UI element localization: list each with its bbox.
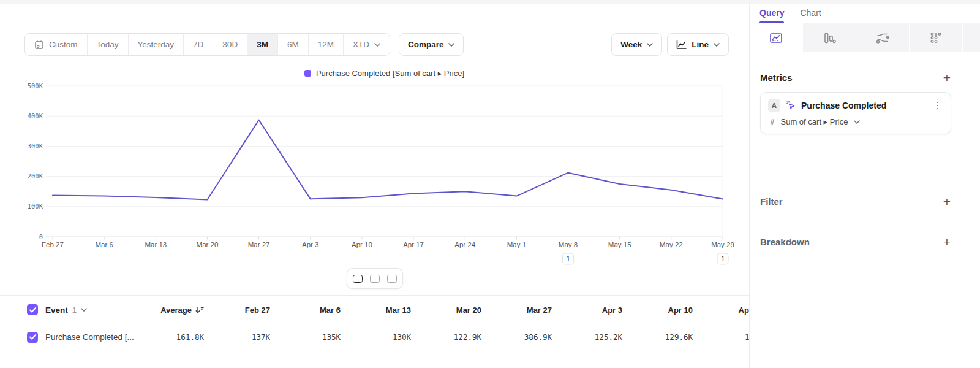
chevron-down-icon [854,120,860,124]
sidebar-content: Metrics + A Purchase Completed ⋮ # Sum o… [750,72,980,247]
x-axis-tick-label: Apr 17 [403,241,424,248]
report-type-flows[interactable] [856,23,909,52]
table-date-cell: 129.6K [637,332,707,342]
funnel-bars-icon [823,31,836,45]
chevron-down-icon [374,43,380,47]
metric-aggregation-row[interactable]: # Sum of cart ▸ Price [768,117,943,126]
table-only-view-toggle[interactable] [384,271,400,286]
report-type-strip-filler [963,23,980,52]
table-date-column-header[interactable]: Mar 13 [355,305,426,315]
table-date-column-header[interactable]: Apr 17 [707,305,749,315]
retention-dots-icon [929,31,943,45]
date-range-yesterday[interactable]: Yesterday [128,34,184,55]
split-view-toggle[interactable] [350,271,366,286]
x-axis-tick-label: Feb 27 [42,241,64,248]
row-checkbox[interactable] [27,332,38,343]
table-date-cell: 125.2K [567,332,637,342]
table-date-cell: 130K [355,332,426,342]
event-column-header[interactable]: Event 1 [45,305,141,315]
check-icon [29,334,36,340]
date-range-custom[interactable]: Custom [25,34,87,55]
date-range-3m-active[interactable]: 3M [247,34,277,55]
table-date-column-header[interactable]: Apr 3 [567,305,637,315]
x-axis-tick-label: May 15 [608,241,631,248]
table-date-column-header[interactable]: Feb 27 [214,305,285,315]
y-axis-tick-label: 300K [28,142,43,150]
date-range-segmented-control: Custom Today Yesterday 7D 30D 3M 6M 12M … [24,33,390,56]
chevron-down-icon [714,43,720,47]
calendar-icon [34,40,44,50]
chevron-down-icon [81,308,87,312]
split-view-icon [353,275,363,283]
filter-section-header: Filter + [760,196,951,207]
y-axis-tick-label: 0 [39,233,43,240]
x-axis-tick-label: Mar 13 [145,241,167,248]
table-date-cell: 135K [285,332,355,342]
chevron-down-icon [448,43,454,47]
annotation-badge-count: 1 [566,255,570,263]
layout-toggle-group [347,268,403,289]
row-event-name[interactable]: Purchase Completed [... [45,332,141,342]
date-range-7d[interactable]: 7D [183,34,213,55]
legend-series-label[interactable]: Purchase Completed [Sum of cart ▸ Price] [316,69,464,78]
metric-event-name[interactable]: Purchase Completed [801,101,926,110]
add-metric-button[interactable]: + [943,73,951,83]
metric-card-main-row: A Purchase Completed ⋮ [768,99,943,112]
date-range-6m[interactable]: 6M [277,34,308,55]
line-chart-canvas[interactable]: 0100K200K300K400K500KFeb 27Mar 6Mar 13Ma… [0,82,749,266]
report-type-funnels[interactable] [803,23,856,52]
table-date-column-header[interactable]: Mar 6 [285,305,355,315]
add-filter-button[interactable]: + [943,197,951,207]
date-range-label: Custom [49,40,78,49]
date-range-today[interactable]: Today [87,34,128,55]
report-type-insights[interactable] [750,23,802,52]
x-axis-tick-label: May 8 [559,241,578,248]
add-breakdown-button[interactable]: + [943,237,951,247]
metrics-section-header: Metrics + [760,72,951,83]
table-date-column-header[interactable]: Apr 10 [637,305,707,315]
metrics-title: Metrics [760,72,793,83]
tab-query[interactable]: Query [760,8,784,23]
line-chart[interactable]: 0100K200K300K400K500KFeb 27Mar 6Mar 13Ma… [0,82,749,266]
table-date-column-header[interactable]: Mar 27 [496,305,567,315]
date-range-12m[interactable]: 12M [308,34,343,55]
insights-report: Custom Today Yesterday 7D 30D 3M 6M 12M … [0,0,980,368]
table-frozen-cell: Purchase Completed [... 161.8K [0,324,214,350]
date-range-30d[interactable]: 30D [213,34,247,55]
numeric-property-icon: # [770,117,775,126]
tab-chart[interactable]: Chart [800,8,821,23]
chart-legend: Purchase Completed [Sum of cart ▸ Price] [10,69,759,78]
select-all-checkbox[interactable] [27,304,38,315]
x-axis-tick-label: Apr 24 [454,241,475,248]
table-frozen-header: Event 1 Average [0,296,214,324]
report-main-panel: Custom Today Yesterday 7D 30D 3M 6M 12M … [0,0,749,368]
kebab-menu-icon[interactable]: ⋮ [932,100,943,111]
filter-title: Filter [760,196,783,207]
table-date-column-header[interactable]: Mar 20 [426,305,496,315]
x-axis-tick-label: Apr 3 [302,241,319,248]
top-edge-strip [0,0,980,4]
metric-card[interactable]: A Purchase Completed ⋮ # Sum of cart ▸ P… [760,92,951,134]
chart-only-view-toggle[interactable] [367,271,383,286]
series-line[interactable] [53,120,723,200]
table-date-cell: 386.9K [496,332,567,342]
date-range-xtd[interactable]: XTD [343,34,390,55]
y-axis-tick-label: 500K [28,82,43,90]
granularity-dropdown[interactable]: Week [611,33,662,56]
event-click-icon [786,101,796,110]
average-column-header[interactable]: Average [141,305,214,315]
sort-descending-icon [195,306,204,314]
report-toolbar: Custom Today Yesterday 7D 30D 3M 6M 12M … [24,33,729,56]
row-average-value: 161.8K [141,332,214,342]
query-sidebar: Query Chart [749,0,980,368]
compare-button[interactable]: Compare [399,33,464,56]
results-table: Event 1 Average Feb 27Mar 6Mar 13Mar 20M… [0,296,749,350]
x-axis-tick-label: May 22 [660,241,683,248]
y-axis-tick-label: 200K [28,172,43,180]
table-date-cell: 137K [214,332,285,342]
breakdown-title: Breakdown [760,237,810,247]
table-row[interactable]: Purchase Completed [... 161.8K 137K135K1… [0,324,749,350]
x-axis-tick-label: Apr 10 [352,241,372,248]
chart-type-dropdown[interactable]: Line [667,33,729,56]
report-type-retention[interactable] [910,23,962,52]
